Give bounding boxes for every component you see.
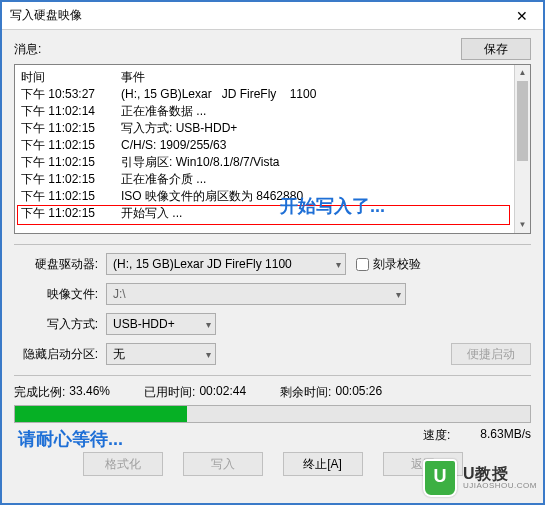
image-row: 映像文件: J:\ — [14, 283, 531, 305]
log-event: 正在准备介质 ... — [121, 171, 524, 188]
log-time: 下午 11:02:15 — [21, 205, 121, 222]
log-event: 正在准备数据 ... — [121, 103, 524, 120]
hidden-label: 隐藏启动分区: — [14, 346, 106, 363]
close-icon: ✕ — [516, 8, 528, 24]
log-row[interactable]: 下午 11:02:15开始写入 ... — [21, 205, 524, 222]
speed-label: 速度: — [423, 427, 450, 444]
message-row: 消息: 保存 — [14, 38, 531, 60]
portable-boot-button: 便捷启动 — [451, 343, 531, 365]
log-row[interactable]: 下午 11:02:14正在准备数据 ... — [21, 103, 524, 120]
drive-row: 硬盘驱动器: (H:, 15 GB)Lexar JD FireFly 1100 … — [14, 253, 531, 275]
log-time: 下午 11:02:14 — [21, 103, 121, 120]
image-label: 映像文件: — [14, 286, 106, 303]
progress-bar — [14, 405, 531, 423]
col-time-header: 时间 — [21, 69, 121, 86]
verify-checkbox[interactable] — [356, 258, 369, 271]
scroll-down-icon[interactable]: ▼ — [515, 217, 530, 233]
scroll-up-icon[interactable]: ▲ — [515, 65, 530, 81]
divider — [14, 244, 531, 245]
log-event: (H:, 15 GB)Lexar JD FireFly 1100 — [121, 86, 524, 103]
close-button[interactable]: ✕ — [501, 2, 543, 30]
speed-row: 速度: 8.63MB/s — [14, 427, 531, 444]
remain-label: 剩余时间: — [280, 384, 331, 401]
log-listbox[interactable]: 时间 事件 下午 10:53:27(H:, 15 GB)Lexar JD Fir… — [14, 64, 531, 234]
drive-label: 硬盘驱动器: — [14, 256, 106, 273]
button-row: 格式化 写入 终止[A] 返回 — [14, 452, 531, 476]
content-area: 消息: 保存 时间 事件 下午 10:53:27(H:, 15 GB)Lexar… — [2, 30, 543, 484]
image-dropdown[interactable]: J:\ — [106, 283, 406, 305]
method-label: 写入方式: — [14, 316, 106, 333]
log-event: 开始写入 ... — [121, 205, 524, 222]
log-time: 下午 11:02:15 — [21, 137, 121, 154]
log-event: 写入方式: USB-HDD+ — [121, 120, 524, 137]
window-title: 写入硬盘映像 — [10, 7, 82, 24]
elapsed-label: 已用时间: — [144, 384, 195, 401]
verify-checkbox-wrap[interactable]: 刻录校验 — [356, 256, 421, 273]
log-time: 下午 11:02:15 — [21, 188, 121, 205]
back-button: 返回 — [383, 452, 463, 476]
titlebar: 写入硬盘映像 ✕ — [2, 2, 543, 30]
method-row: 写入方式: USB-HDD+ — [14, 313, 531, 335]
abort-button[interactable]: 终止[A] — [283, 452, 363, 476]
stats-row: 完成比例: 33.46% 已用时间: 00:02:44 剩余时间: 00:05:… — [14, 384, 531, 401]
progress-fill — [15, 406, 187, 422]
elapsed-value: 00:02:44 — [199, 384, 246, 401]
vertical-scrollbar[interactable]: ▲ ▼ — [514, 65, 530, 233]
log-event: 引导扇区: Win10/8.1/8/7/Vista — [121, 154, 524, 171]
format-button: 格式化 — [83, 452, 163, 476]
col-event-header: 事件 — [121, 69, 145, 86]
log-time: 下午 11:02:15 — [21, 120, 121, 137]
done-label: 完成比例: — [14, 384, 65, 401]
scrollbar-thumb[interactable] — [517, 81, 528, 161]
divider-2 — [14, 375, 531, 376]
verify-label: 刻录校验 — [373, 256, 421, 273]
hidden-dropdown[interactable]: 无 — [106, 343, 216, 365]
log-row[interactable]: 下午 11:02:15引导扇区: Win10/8.1/8/7/Vista — [21, 154, 524, 171]
log-row[interactable]: 下午 11:02:15写入方式: USB-HDD+ — [21, 120, 524, 137]
log-row[interactable]: 下午 11:02:15C/H/S: 1909/255/63 — [21, 137, 524, 154]
log-row[interactable]: 下午 11:02:15正在准备介质 ... — [21, 171, 524, 188]
log-content: 时间 事件 下午 10:53:27(H:, 15 GB)Lexar JD Fir… — [15, 65, 530, 226]
hidden-row: 隐藏启动分区: 无 便捷启动 — [14, 343, 531, 365]
log-time: 下午 10:53:27 — [21, 86, 121, 103]
dialog-window: 写入硬盘映像 ✕ 消息: 保存 时间 事件 下午 10:53:27(H:, 15… — [0, 0, 545, 505]
log-event: C/H/S: 1909/255/63 — [121, 137, 524, 154]
log-event: ISO 映像文件的扇区数为 8462880 — [121, 188, 524, 205]
message-label: 消息: — [14, 41, 461, 58]
speed-value: 8.63MB/s — [480, 427, 531, 444]
done-value: 33.46% — [69, 384, 110, 401]
drive-dropdown[interactable]: (H:, 15 GB)Lexar JD FireFly 1100 — [106, 253, 346, 275]
log-row[interactable]: 下午 11:02:15ISO 映像文件的扇区数为 8462880 — [21, 188, 524, 205]
save-button[interactable]: 保存 — [461, 38, 531, 60]
log-header: 时间 事件 — [21, 69, 524, 86]
method-dropdown[interactable]: USB-HDD+ — [106, 313, 216, 335]
write-button: 写入 — [183, 452, 263, 476]
remain-value: 00:05:26 — [335, 384, 382, 401]
log-row[interactable]: 下午 10:53:27(H:, 15 GB)Lexar JD FireFly 1… — [21, 86, 524, 103]
log-time: 下午 11:02:15 — [21, 154, 121, 171]
log-time: 下午 11:02:15 — [21, 171, 121, 188]
